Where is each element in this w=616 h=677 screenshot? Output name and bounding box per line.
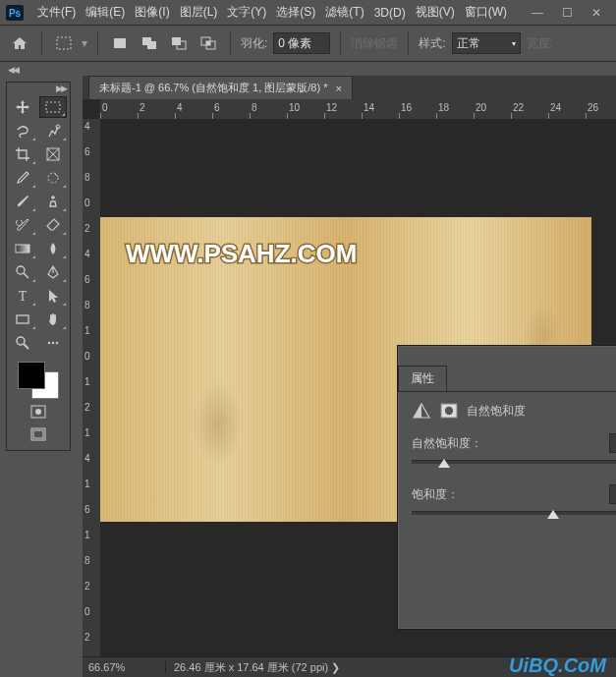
menu-select[interactable]: 选择(S) xyxy=(271,4,320,21)
history-brush-tool-icon[interactable] xyxy=(9,214,36,236)
foreground-color[interactable] xyxy=(18,362,45,389)
home-icon[interactable] xyxy=(8,31,31,55)
svg-point-24 xyxy=(48,342,50,344)
menu-edit[interactable]: 编辑(E) xyxy=(81,4,130,21)
ruler-v-tick: 2 xyxy=(84,402,90,413)
ruler-v-tick: 2 xyxy=(84,223,90,234)
menu-window[interactable]: 窗口(W) xyxy=(460,4,512,21)
menubar: Ps 文件(F) 编辑(E) 图像(I) 图层(L) 文字(Y) 选择(S) 滤… xyxy=(0,0,616,26)
add-selection-icon[interactable] xyxy=(138,31,161,55)
svg-rect-3 xyxy=(114,38,126,48)
menu-filter[interactable]: 滤镜(T) xyxy=(320,4,368,21)
toolbox-collapse-icon[interactable]: ▶▶ xyxy=(7,83,70,94)
ruler-h-tick: 0 xyxy=(102,102,108,113)
frame-tool-icon[interactable] xyxy=(39,143,67,165)
subtract-selection-icon[interactable] xyxy=(167,31,191,55)
style-select[interactable]: 正常▾ xyxy=(452,32,521,54)
gradient-tool-icon[interactable] xyxy=(9,238,36,259)
ruler-v-tick: 2 xyxy=(84,581,90,592)
saturation-label: 饱和度： xyxy=(412,486,459,503)
minimize-icon[interactable]: — xyxy=(523,3,552,23)
tab-close-icon[interactable]: × xyxy=(335,83,341,94)
window-controls: — ☐ ✕ xyxy=(523,3,611,23)
brush-tool-icon[interactable] xyxy=(9,191,36,212)
quick-select-tool-icon[interactable] xyxy=(39,120,67,141)
zoom-tool-icon[interactable] xyxy=(9,332,36,354)
ruler-v-tick: 2 xyxy=(84,632,90,643)
antialias-label: 消除锯齿 xyxy=(351,35,398,52)
ruler-h-tick: 16 xyxy=(401,102,412,113)
divider xyxy=(41,31,42,55)
vibrance-thumb[interactable] xyxy=(438,459,450,468)
ruler-v-tick: 4 xyxy=(84,249,90,259)
dropdown-caret-icon[interactable]: ▾ xyxy=(82,36,87,50)
pen-tool-icon[interactable] xyxy=(39,261,67,283)
adjustment-name: 自然饱和度 xyxy=(467,403,526,420)
edit-toolbar-icon[interactable] xyxy=(39,332,67,354)
watermark-text: WWW.PSAHZ.COM xyxy=(126,239,357,269)
ruler-v-tick: 1 xyxy=(84,376,90,387)
menu-file[interactable]: 文件(F) xyxy=(32,4,81,21)
lasso-tool-icon[interactable] xyxy=(9,120,36,141)
zoom-level[interactable]: 66.67% xyxy=(83,661,166,673)
shape-tool-icon[interactable] xyxy=(9,309,36,330)
path-select-tool-icon[interactable] xyxy=(39,285,67,307)
menu-layer[interactable]: 图层(L) xyxy=(175,4,223,21)
vibrance-slider[interactable] xyxy=(412,457,616,473)
ruler-h-tick: 6 xyxy=(214,102,220,113)
hand-tool-icon[interactable] xyxy=(39,309,67,330)
ruler-h-tick: 26 xyxy=(588,102,598,113)
clone-stamp-tool-icon[interactable] xyxy=(39,191,67,212)
feather-input[interactable]: 0 像素 xyxy=(273,32,330,54)
menu-3d[interactable]: 3D(D) xyxy=(369,6,411,20)
healing-brush-tool-icon[interactable] xyxy=(39,167,67,189)
new-selection-icon[interactable] xyxy=(108,31,132,55)
svg-point-28 xyxy=(35,409,41,415)
ruler-horizontal[interactable]: 02468101214161820222426 xyxy=(100,99,616,120)
marquee-tool-indicator-icon[interactable] xyxy=(52,31,76,55)
menu-image[interactable]: 图像(I) xyxy=(130,4,174,21)
saturation-slider[interactable] xyxy=(412,508,616,524)
marquee-tool-icon[interactable] xyxy=(39,96,67,118)
dodge-tool-icon[interactable] xyxy=(9,261,36,283)
saturation-value[interactable]: +4 xyxy=(609,484,616,504)
eraser-tool-icon[interactable] xyxy=(39,214,67,236)
ruler-v-tick: 8 xyxy=(84,555,90,566)
svg-line-23 xyxy=(24,344,28,349)
ruler-h-tick: 8 xyxy=(252,102,257,113)
move-tool-icon[interactable] xyxy=(9,96,36,118)
ruler-vertical[interactable]: 468024681012141618202 xyxy=(83,119,101,657)
close-icon[interactable]: ✕ xyxy=(582,3,611,23)
ruler-v-tick: 8 xyxy=(84,172,90,183)
svg-point-16 xyxy=(48,173,58,183)
menu-type[interactable]: 文字(Y) xyxy=(222,4,271,21)
svg-point-18 xyxy=(17,266,25,274)
properties-tab[interactable]: 属性 xyxy=(398,366,447,391)
screen-mode-icon[interactable] xyxy=(30,427,46,444)
color-swatches xyxy=(7,356,70,450)
collapse-icon: ◀◀ xyxy=(8,65,18,75)
ruler-v-tick: 1 xyxy=(84,427,90,438)
ruler-v-tick: 0 xyxy=(84,606,90,617)
quick-mask-icon[interactable] xyxy=(30,405,46,422)
divider xyxy=(230,31,231,55)
eyedropper-tool-icon[interactable] xyxy=(9,167,36,189)
app-logo-icon: Ps xyxy=(5,4,25,22)
intersect-selection-icon[interactable] xyxy=(196,31,220,55)
properties-panel: ◀◀ × 属性 自然饱和度 自然饱和度： -77 xyxy=(397,345,616,630)
ruler-v-tick: 4 xyxy=(84,453,90,464)
crop-tool-icon[interactable] xyxy=(9,143,36,165)
style-label: 样式: xyxy=(419,35,445,52)
ruler-v-tick: 0 xyxy=(84,197,90,208)
type-tool-icon[interactable]: T xyxy=(9,285,36,307)
saturation-thumb[interactable] xyxy=(547,510,559,519)
document-tab[interactable]: 未标题-1 @ 66.7% (自然饱和度 1, 图层蒙版/8) * × xyxy=(88,76,353,99)
ruler-h-tick: 18 xyxy=(438,102,449,113)
svg-point-32 xyxy=(445,407,453,415)
vibrance-value[interactable]: -77 xyxy=(609,433,616,453)
blur-tool-icon[interactable] xyxy=(39,238,67,259)
ruler-h-tick: 22 xyxy=(513,102,524,113)
menu-view[interactable]: 视图(V) xyxy=(411,4,460,21)
document-tabbar: 未标题-1 @ 66.7% (自然饱和度 1, 图层蒙版/8) * × xyxy=(83,76,616,99)
maximize-icon[interactable]: ☐ xyxy=(552,3,582,23)
